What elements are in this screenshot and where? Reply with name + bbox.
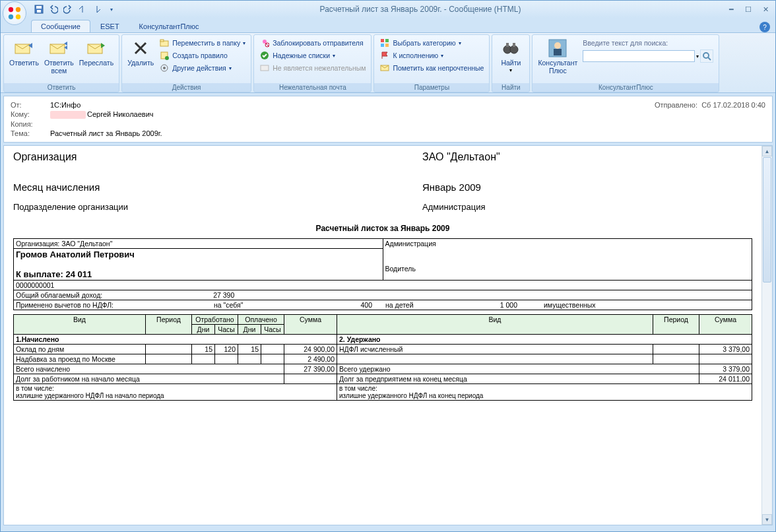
scroll-up-button[interactable]: ▲: [762, 146, 772, 156]
close-button[interactable]: ✕: [758, 4, 773, 15]
cc-label: Копия:: [11, 120, 50, 128]
gear-icon: [159, 63, 170, 73]
month-value: Январь 2009: [422, 182, 481, 193]
svg-point-15: [163, 67, 166, 69]
maximize-button[interactable]: ☐: [741, 4, 756, 15]
envelope-icon: [379, 63, 390, 73]
forward-button[interactable]: Переслать: [77, 36, 116, 69]
not-junk-button[interactable]: Не является нежелательным: [258, 62, 367, 74]
message-body-container: ОрганизацияЗАО "Дельтаон" Месяц начислен…: [3, 145, 773, 525]
chevron-down-icon: ▾: [229, 65, 232, 71]
svg-point-30: [554, 42, 561, 49]
svg-rect-23: [385, 44, 389, 47]
vertical-scrollbar[interactable]: ▲ ▼: [761, 146, 772, 525]
org-value: ЗАО "Дельтаон": [422, 151, 500, 163]
move-to-folder-button[interactable]: Переместить в папку▾: [158, 37, 247, 49]
delete-icon: [130, 38, 151, 59]
reply-all-icon: [48, 38, 69, 59]
sent-label: Отправлено:: [655, 101, 697, 109]
dept-label: Подразделение организации: [13, 202, 422, 212]
reply-all-button[interactable]: Ответить всем: [42, 36, 77, 76]
next-icon[interactable]: [92, 4, 102, 15]
redo-icon[interactable]: [63, 4, 73, 15]
month-label: Месяц начисления: [13, 182, 422, 193]
tab-eset[interactable]: ESET: [90, 20, 129, 32]
scroll-down-button[interactable]: ▼: [762, 514, 772, 525]
dept-value: Администрация: [422, 202, 486, 212]
ribbon: Ответить Ответить всем Переслать Ответит…: [1, 32, 775, 93]
subject-value: Расчетный лист за Январь 2009г.: [50, 129, 162, 137]
scroll-thumb[interactable]: [763, 157, 771, 283]
svg-rect-19: [261, 65, 269, 71]
from-value: 1С:Инфо: [50, 101, 81, 109]
payslip-title: Расчетный листок за Январь 2009: [13, 224, 752, 233]
find-button[interactable]: Найти▾: [495, 36, 527, 75]
minimize-button[interactable]: ━: [724, 4, 738, 15]
subject-label: Тема:: [11, 129, 50, 137]
chevron-down-icon[interactable]: ▾: [696, 53, 699, 59]
binoculars-icon: [500, 38, 521, 59]
delete-button[interactable]: Удалить: [125, 36, 156, 69]
kplus-button[interactable]: Консультант Плюс: [535, 36, 580, 76]
ribbon-group-junk: Заблокировать отправителя Надежные списк…: [253, 34, 372, 92]
mark-unread-button[interactable]: Пометить как непрочтенные: [378, 62, 485, 74]
chevron-down-icon: ▾: [459, 40, 461, 46]
svg-rect-11: [160, 40, 164, 42]
reply-button[interactable]: Ответить: [7, 36, 42, 69]
from-label: От:: [11, 101, 50, 109]
check-icon: [259, 50, 270, 61]
message-header: От:1С:ИнфоОтправлено: Сб 17.02.2018 0:40…: [3, 96, 773, 143]
message-body[interactable]: ОрганизацияЗАО "Дельтаон" Месяц начислен…: [4, 146, 761, 525]
folder-icon: [159, 38, 170, 48]
office-logo-icon: [7, 6, 22, 20]
chevron-down-icon: ▾: [509, 67, 512, 73]
svg-rect-31: [554, 49, 562, 55]
block-sender-button[interactable]: Заблокировать отправителя: [258, 37, 367, 49]
block-icon: [259, 38, 270, 48]
tab-message[interactable]: Сообщение: [31, 20, 90, 32]
window-title: Расчетный лист за Январь 2009г. - Сообще…: [117, 5, 724, 14]
search-label: Введите текст для поиска:: [583, 39, 713, 47]
undo-icon[interactable]: [48, 4, 59, 15]
sent-value: Сб 17.02.2018 0:40: [701, 101, 765, 109]
flag-icon: [379, 50, 390, 61]
prev-icon[interactable]: [77, 4, 88, 15]
search-go-button[interactable]: [700, 50, 713, 63]
svg-rect-6: [37, 10, 41, 13]
tab-kplus[interactable]: КонсультантПлюс: [129, 20, 209, 32]
ribbon-group-kplus: Консультант Плюс Введите текст для поиск…: [532, 34, 719, 92]
save-icon[interactable]: [34, 4, 44, 15]
svg-point-0: [9, 7, 13, 12]
office-button[interactable]: [3, 1, 26, 25]
magnifier-icon: [702, 51, 711, 61]
svg-point-1: [16, 7, 20, 12]
rule-icon: [159, 50, 170, 61]
ribbon-group-params: Выбрать категорию▾ К исполнению▾ Пометит…: [373, 34, 490, 92]
categorize-icon: [379, 38, 390, 48]
help-icon[interactable]: ?: [760, 22, 770, 32]
to-value: Сергей Николаевич: [50, 110, 154, 119]
qat-dropdown-icon[interactable]: ▾: [106, 4, 117, 15]
chevron-down-icon: ▾: [243, 40, 245, 46]
create-rule-button[interactable]: Создать правило: [158, 50, 247, 61]
ribbon-group-find: Найти▾ Найти: [492, 34, 530, 92]
other-actions-button[interactable]: Другие действия▾: [158, 62, 247, 74]
svg-point-32: [703, 53, 709, 58]
svg-rect-27: [506, 43, 509, 47]
titlebar: ▾ Расчетный лист за Январь 2009г. - Сооб…: [1, 1, 775, 18]
svg-rect-22: [381, 44, 384, 47]
forward-icon: [86, 38, 107, 59]
followup-button[interactable]: К исполнению▾: [378, 50, 485, 61]
ribbon-group-reply: Ответить Ответить всем Переслать Ответит…: [3, 34, 119, 92]
svg-rect-5: [36, 6, 42, 9]
safe-lists-button[interactable]: Надежные списки▾: [258, 50, 367, 61]
svg-rect-20: [381, 39, 384, 42]
ribbon-tabs: Сообщение ESET КонсультантПлюс ?: [1, 18, 775, 32]
svg-point-13: [165, 56, 169, 60]
mail-icon: [259, 63, 270, 73]
categorize-button[interactable]: Выбрать категорию▾: [378, 37, 485, 49]
payslip-header-table: Организация: ЗАО "Дельтаон"Администрация…: [13, 238, 752, 310]
svg-point-3: [16, 15, 20, 19]
search-input[interactable]: [583, 50, 695, 62]
svg-rect-21: [385, 39, 389, 42]
